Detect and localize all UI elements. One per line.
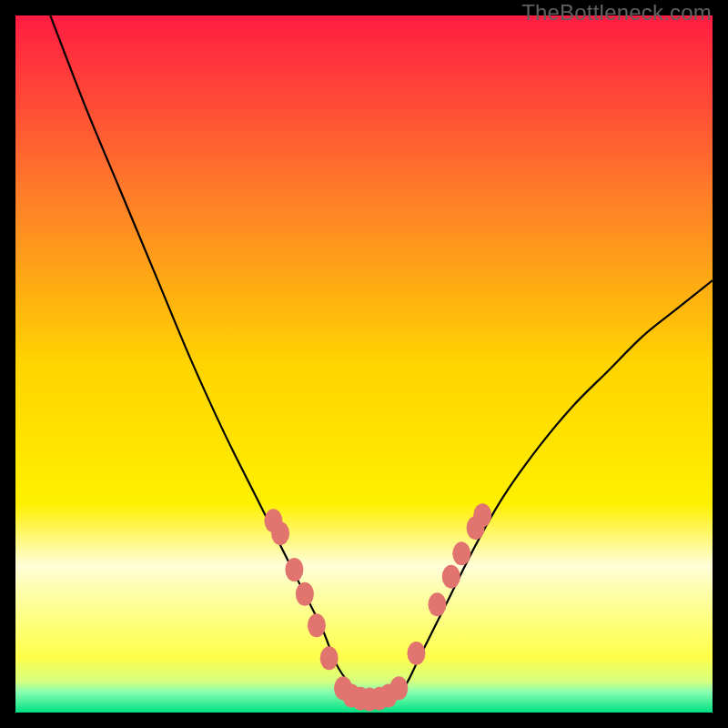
marker-dot xyxy=(271,521,289,545)
marker-dot xyxy=(285,558,303,581)
chart-svg xyxy=(15,15,713,713)
bottleneck-chart xyxy=(15,15,713,713)
marker-dot xyxy=(389,676,408,700)
marker-dot xyxy=(407,642,425,665)
marker-dot xyxy=(452,541,470,565)
marker-dot xyxy=(473,503,491,527)
watermark-text: TheBottleneck.com xyxy=(521,0,712,25)
marker-dot xyxy=(442,565,460,589)
marker-dot xyxy=(308,613,326,637)
marker-dot xyxy=(320,646,339,670)
marker-dot xyxy=(428,592,446,616)
chart-background xyxy=(15,15,713,713)
marker-dot xyxy=(296,582,314,606)
